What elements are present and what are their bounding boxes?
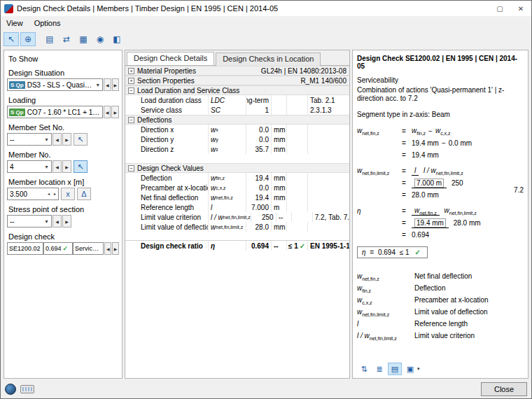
- table-row[interactable]: Net final deflection wnet,fin,z 19.4 mm: [125, 192, 349, 202]
- member-location-input[interactable]: 3.500 ◂ ▸: [7, 188, 59, 200]
- design-check-status[interactable]: Serviceabili...: [73, 242, 104, 255]
- member-label: Member No.: [8, 150, 119, 159]
- design-check-result-box: η = 0.694 ≤ 1 ✓: [357, 246, 428, 258]
- table-row-design-check-ratio[interactable]: Design check ratio η 0.694 -- ≤ 1 ✓ EN 1…: [125, 241, 349, 251]
- maximize-button[interactable]: ▢: [489, 1, 510, 16]
- chevron-down-icon[interactable]: ▾: [42, 218, 51, 225]
- check-icon: ✓: [298, 242, 305, 250]
- stress-point-value: --: [8, 218, 42, 225]
- design-situation-value: DS3 - SLS - Quasi-permanent: [26, 81, 93, 89]
- code-reference: 7.2: [514, 186, 524, 194]
- next-member-button[interactable]: ▶: [62, 160, 71, 173]
- menu-view[interactable]: View: [1, 18, 29, 29]
- design-check-label: Design check: [8, 232, 119, 241]
- design-check-details-panel: Design Check Details Design Checks in Lo…: [125, 50, 350, 379]
- table-row-load-duration-group[interactable]: − Load Duration and Service Class: [125, 85, 349, 95]
- table-row[interactable]: Direction z wz 35.7 mm: [125, 144, 349, 154]
- design-check-code[interactable]: SE1200.02: [7, 242, 43, 255]
- table-row[interactable]: Limit value criterion l / wnet,fin,limit…: [125, 212, 349, 222]
- prev-design-situation-button[interactable]: ◀: [104, 78, 111, 91]
- chevron-down-icon[interactable]: ▾: [42, 164, 51, 170]
- loading-select[interactable]: S Qp CO7 - 1.60 * LC1 + 1.48 * LC2...: [7, 106, 103, 118]
- info-icon[interactable]: ◉: [92, 32, 108, 46]
- prev-loading-button[interactable]: ◀: [104, 106, 111, 118]
- settings-icon[interactable]: ◧: [109, 32, 125, 46]
- prev-member-set-button[interactable]: ◀: [52, 133, 62, 146]
- chart-icon[interactable]: ▦: [76, 32, 91, 46]
- chevron-down-icon[interactable]: ▾: [93, 82, 102, 88]
- close-button[interactable]: Close: [481, 382, 527, 396]
- combination-line: Combination of actions 'Quasi-permanent …: [357, 86, 524, 103]
- content-area: To Show Design Situation S Qp DS3 - SLS …: [1, 48, 531, 380]
- collapse-icon[interactable]: −: [128, 88, 134, 94]
- print-dropdown-icon[interactable]: ▾: [417, 366, 420, 372]
- table-row[interactable]: Limit value of deflection wnet,fin,limit…: [125, 222, 349, 232]
- keyboard-icon[interactable]: [20, 385, 34, 393]
- close-window-button[interactable]: ✕: [510, 1, 531, 16]
- prev-member-button[interactable]: ◀: [52, 160, 62, 173]
- help-globe-icon[interactable]: [5, 384, 16, 395]
- member-location-value: 3.500: [8, 190, 46, 198]
- check-icon: ✓: [413, 248, 420, 256]
- segment-type-line: Segment type in z-axis: Beam: [357, 111, 524, 118]
- next-stress-point-button[interactable]: ▶: [62, 215, 71, 227]
- table-row[interactable]: Precamber at x-location wc,x,z 0.0 mm: [125, 183, 349, 192]
- expand-icon[interactable]: +: [128, 68, 134, 74]
- next-design-check-button[interactable]: ▶: [112, 242, 119, 255]
- member-value: 4: [8, 163, 42, 171]
- prev-stress-point-button[interactable]: ◀: [52, 215, 62, 227]
- delta-x-icon[interactable]: Δ: [77, 188, 91, 200]
- legend-icon[interactable]: ≣: [372, 363, 386, 375]
- stress-point-select[interactable]: -- ▾: [7, 215, 52, 227]
- collapse-icon[interactable]: −: [128, 165, 134, 172]
- location-step-forward-icon[interactable]: ▸: [52, 188, 58, 200]
- expand-icon[interactable]: +: [128, 78, 134, 84]
- tab-design-checks-in-location[interactable]: Design Checks in Location: [216, 52, 321, 66]
- table-row[interactable]: Reference length l 7.000 m: [125, 202, 349, 212]
- table-row-design-check-values-group[interactable]: − Design Check Values: [125, 163, 349, 173]
- design-check-ratio[interactable]: 0.694 ✓: [43, 242, 73, 255]
- title-bar[interactable]: Design Check Details | Members | Timber …: [1, 1, 531, 16]
- member-set-select[interactable]: -- ▾: [7, 133, 52, 146]
- chevron-down-icon[interactable]: ▾: [42, 136, 51, 143]
- formula-panel-title: Design Check SE1200.02 | EN 1995 | CEN |…: [357, 55, 524, 70]
- table-row[interactable]: Direction y wy 0.0 mm: [125, 134, 349, 144]
- design-situation-select[interactable]: S Qp DS3 - SLS - Quasi-permanent ▾: [7, 78, 103, 91]
- loading-badge: S Qp: [9, 108, 25, 116]
- table-row-material[interactable]: + Material Properties GL24h | EN 14080:2…: [125, 66, 349, 76]
- member-select[interactable]: 4 ▾: [7, 160, 52, 173]
- relations-icon[interactable]: ⇅: [357, 363, 371, 375]
- report-icon[interactable]: ▤: [42, 32, 57, 46]
- collapse-icon[interactable]: −: [128, 117, 134, 123]
- pick-member-icon[interactable]: ↖: [74, 160, 88, 173]
- panel-header: To Show: [8, 55, 119, 63]
- next-loading-button[interactable]: ▶: [111, 106, 119, 118]
- formula-toolbar: ⇅ ≣ ▤ ▣ ▾: [357, 358, 524, 375]
- table-row-section[interactable]: + Section Properties R_M1 140/600: [125, 76, 349, 85]
- serviceability-line: Serviceability: [357, 76, 524, 85]
- table-row-deflections-group[interactable]: − Deflections: [125, 115, 349, 125]
- table-row[interactable]: Service class SC 1 2.3.1.3: [125, 105, 349, 115]
- select-check-icon[interactable]: ↖: [4, 32, 19, 46]
- to-show-panel: To Show Design Situation S Qp DS3 - SLS …: [4, 50, 122, 379]
- x-location-icon[interactable]: x: [61, 188, 75, 200]
- stress-point-label: Stress point of section: [8, 205, 119, 214]
- table-row[interactable]: Deflection wfin,z 19.4 mm: [125, 173, 349, 183]
- menu-options[interactable]: Options: [29, 18, 66, 29]
- pick-member-set-icon[interactable]: ↖: [74, 133, 88, 146]
- next-member-set-button[interactable]: ▶: [62, 133, 71, 146]
- units-icon[interactable]: ⇄: [59, 32, 74, 46]
- footer-bar: Close: [1, 380, 531, 398]
- table-row[interactable]: Load duration class LDC Long-term Tab. 2…: [125, 95, 349, 105]
- find-location-icon[interactable]: ⊕: [20, 32, 36, 46]
- location-step-back-icon[interactable]: ◂: [46, 188, 52, 200]
- details-view-icon[interactable]: ▤: [388, 363, 402, 375]
- table-row[interactable]: Direction x wx 0.0 mm: [125, 125, 349, 134]
- tab-design-check-details[interactable]: Design Check Details: [127, 52, 214, 65]
- menu-bar: View Options: [1, 16, 531, 30]
- prev-design-check-button[interactable]: ◀: [104, 242, 111, 255]
- member-set-label: Member Set No.: [8, 123, 119, 132]
- next-design-situation-button[interactable]: ▶: [112, 78, 119, 91]
- print-icon[interactable]: ▣: [403, 363, 417, 375]
- app-icon: [4, 4, 13, 13]
